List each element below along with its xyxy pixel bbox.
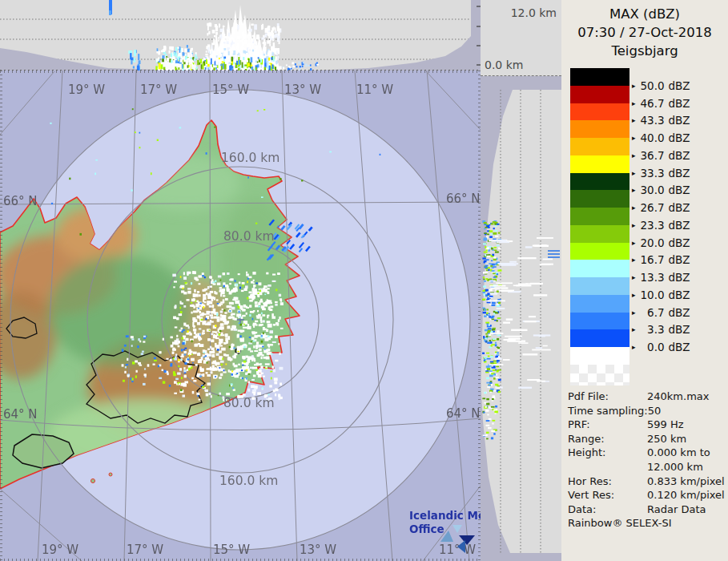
lon-label: 11° W <box>356 83 393 97</box>
timestamp: 07:30 / 27-Oct-2018 <box>561 23 728 42</box>
legend-threshold-label: ▸3.3dBZ <box>632 323 690 336</box>
legend-threshold-label: ▸6.7dBZ <box>632 306 690 319</box>
legend-tick-arrow-icon: ▸ <box>632 343 636 351</box>
profile-min-height-label: 0.0 km <box>485 59 523 71</box>
side-profile-panel[interactable] <box>481 76 561 561</box>
lat-label: 64° N <box>3 407 38 422</box>
lon-label: 19° W <box>68 83 105 97</box>
legend-color-band <box>570 208 629 225</box>
legend-tick-arrow-icon: ▸ <box>632 99 636 107</box>
legend-color-band <box>570 329 629 347</box>
legend-threshold-label: ▸43.3dBZ <box>632 114 690 127</box>
ring-label: 80.0 km <box>223 229 275 244</box>
legend-tick-arrow-icon: ▸ <box>632 169 636 177</box>
island <box>91 479 95 483</box>
info-row: PRF:599 Hz <box>568 418 725 432</box>
lon-label: 15° W <box>212 83 249 97</box>
dbz-colorbar-transparent-band <box>570 365 629 385</box>
legend-threshold-label: ▸10.0dBZ <box>632 289 690 301</box>
lon-label: 17° W <box>127 543 163 557</box>
legend-tick-arrow-icon: ▸ <box>632 273 636 281</box>
met-office-logo-text: Office <box>409 523 444 535</box>
legend-color-band <box>570 86 629 103</box>
legend-color-band <box>570 103 629 121</box>
legend-color-band <box>570 260 629 277</box>
lon-label: 15° W <box>213 543 250 557</box>
legend-threshold-label: ▸13.3dBZ <box>632 271 690 284</box>
legend-color-band <box>570 190 629 208</box>
legend-color-band <box>570 155 629 173</box>
ring-label: 160.0 km <box>221 151 280 165</box>
legend-color-band <box>570 313 629 330</box>
legend-tick-arrow-icon: ▸ <box>632 204 636 212</box>
legend-color-band <box>570 138 629 155</box>
profile-scale-column <box>471 0 481 71</box>
info-row: Pdf File:240km.max <box>568 389 725 404</box>
legend-color-band <box>570 68 629 86</box>
legend-threshold-label: ▸16.7dBZ <box>632 253 690 266</box>
legend-color-band <box>570 120 629 138</box>
island <box>109 473 112 476</box>
legend-threshold-label: ▸26.7dBZ <box>632 201 690 214</box>
dbz-colorbar-white-band <box>570 347 629 365</box>
legend-color-band <box>570 225 629 243</box>
software-brand: Rainbow® SELEX-SI <box>568 517 672 529</box>
legend-tick-arrow-icon: ▸ <box>632 221 636 229</box>
profile-max-height-label: 12.0 km <box>511 6 557 19</box>
lat-label: 66° N <box>3 194 38 208</box>
lon-label: 19° W <box>42 543 78 557</box>
legend-threshold-label: ▸30.0dBZ <box>632 184 690 196</box>
legend-threshold-label: ▸36.7dBZ <box>632 149 690 162</box>
legend-tick-arrow-icon: ▸ <box>632 309 636 317</box>
legend-threshold-label: ▸23.3dBZ <box>632 219 690 232</box>
dbz-colorbar <box>570 68 629 347</box>
info-row: Range:250 km <box>568 432 725 446</box>
legend-threshold-label: ▸20.0dBZ <box>632 236 690 249</box>
ring-label: 80.0 km <box>223 396 275 410</box>
info-row: Hor Res:0.833 km/pixel <box>568 474 725 489</box>
side-bottom-band <box>481 553 561 561</box>
info-row: 12.000 km <box>568 460 725 474</box>
legend-tick-arrow-icon: ▸ <box>632 256 636 264</box>
product-title: MAX (dBZ) <box>561 5 728 23</box>
side-top-band <box>481 76 561 90</box>
legend-panel: MAX (dBZ) 07:30 / 27-Oct-2018 Teigsbjarg… <box>561 0 728 561</box>
lat-label: 64° N <box>446 406 481 421</box>
info-row: Time sampling:50 <box>568 404 725 418</box>
legend-color-band <box>570 243 629 260</box>
legend-threshold-label: ▸50.0dBZ <box>632 79 690 92</box>
legend-color-band <box>570 173 629 191</box>
radar-app-window: 12.0 km 0.0 km <box>0 0 728 561</box>
legend-tick-arrow-icon: ▸ <box>632 116 636 124</box>
legend-tick-arrow-icon: ▸ <box>632 291 636 299</box>
legend-tick-arrow-icon: ▸ <box>632 151 636 159</box>
legend-tick-arrow-icon: ▸ <box>632 239 636 247</box>
legend-color-band <box>570 295 629 313</box>
station-name: Teigsbjarg <box>561 42 728 60</box>
top-profile-panel[interactable] <box>0 0 481 71</box>
lon-label: 13° W <box>284 83 321 97</box>
legend-tick-arrow-icon: ▸ <box>632 325 636 333</box>
info-row: Vert Res:0.120 km/pixel <box>568 488 725 502</box>
info-row: Height:0.000 km to <box>568 446 725 460</box>
legend-threshold-label: ▸46.7dBZ <box>632 97 690 110</box>
legend-tick-arrow-icon: ▸ <box>632 186 636 194</box>
radar-map-view[interactable]: 19° W 17° W 15° W 13° W 11° W 19° W 17° … <box>0 71 481 561</box>
lon-label: 11° W <box>439 543 476 557</box>
profile-scale-box: 12.0 km 0.0 km <box>481 0 561 76</box>
legend-tick-arrow-icon: ▸ <box>632 134 636 142</box>
ring-label: 160.0 km <box>219 474 278 488</box>
legend-threshold-label: ▸40.0dBZ <box>632 131 690 144</box>
radar-map-canvas: 19° W 17° W 15° W 13° W 11° W 19° W 17° … <box>0 71 481 561</box>
lon-label: 13° W <box>300 543 336 557</box>
legend-tick-arrow-icon: ▸ <box>632 82 636 90</box>
scan-info-block: Pdf File:240km.maxTime sampling:50PRF:59… <box>568 389 725 516</box>
lat-label: 66° N <box>446 192 481 206</box>
legend-threshold-label: ▸0.0dBZ <box>632 341 690 353</box>
legend-color-band <box>570 277 629 295</box>
image-title-block: MAX (dBZ) 07:30 / 27-Oct-2018 Teigsbjarg <box>561 5 728 60</box>
info-row: Data:Radar Data <box>568 502 725 517</box>
echo-column <box>109 10 111 15</box>
lon-label: 17° W <box>140 83 177 97</box>
met-office-logo-text: Icelandic Met <box>409 509 481 522</box>
